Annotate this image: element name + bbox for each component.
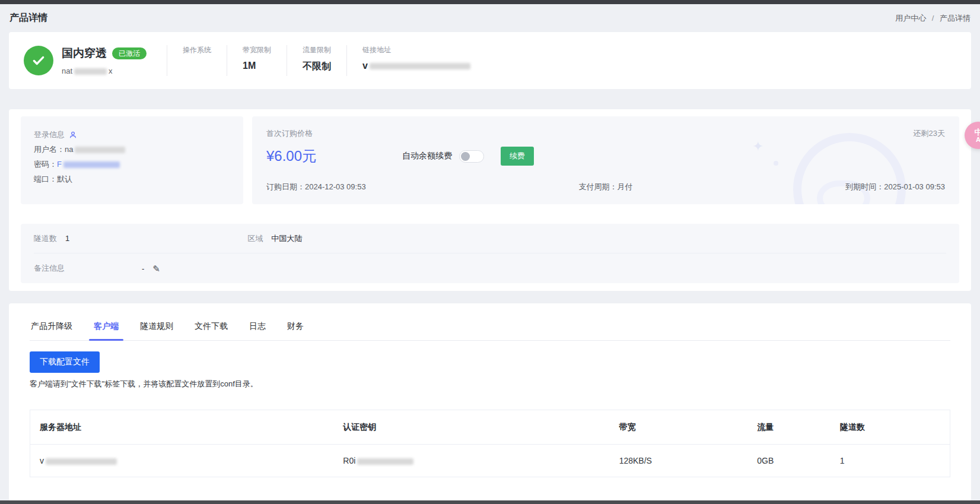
redacted-auth-key: [357, 458, 413, 465]
price-value: ¥6.00元: [266, 147, 316, 166]
redacted-password: [63, 161, 120, 168]
pay-cycle: 支付周期：月付: [579, 182, 633, 192]
tab-bar: 产品升降级 客户端 隧道规则 文件下载 日志 财务: [30, 314, 950, 341]
tab-product-upgrade[interactable]: 产品升降级: [30, 314, 74, 340]
cell-server-address: v: [30, 445, 334, 477]
note-value: -: [142, 264, 144, 273]
renew-button[interactable]: 续费: [501, 147, 534, 166]
header-traffic: 流量: [747, 410, 831, 445]
cell-tunnels: 1: [831, 445, 950, 477]
order-date: 订购日期：2024-12-03 09:53: [266, 182, 366, 192]
stat-link-address: 链接地址 v: [346, 45, 486, 76]
tunnel-region-row: 隧道数 1 区域 中国大陆: [34, 224, 946, 253]
auto-renew-label: 自动余额续费: [402, 151, 452, 161]
stat-traffic-label: 流量限制: [303, 45, 331, 55]
product-head: 国内穿透 已激活 natx: [62, 46, 147, 75]
status-badge: 已激活: [112, 47, 147, 59]
order-info-card: 登录信息 用户名：na 密码：F 端口：默认 ✦ 首次订购价格 还剩23天: [9, 109, 971, 291]
stat-os-value: [183, 61, 211, 72]
client-config-table: 服务器地址 认证密钥 带宽 流量 隧道数 v R0i 128KB/S 0GB 1: [30, 410, 950, 477]
redacted-link-address: [370, 63, 470, 69]
breadcrumb-user-center[interactable]: 用户中心: [895, 14, 926, 23]
table-header-row: 服务器地址 认证密钥 带宽 流量 隧道数: [30, 410, 950, 445]
first-order-price-label: 首次订购价格: [266, 128, 313, 139]
header-server-address: 服务器地址: [30, 410, 334, 445]
days-remaining: 还剩23天: [914, 128, 945, 139]
tunnel-count-label: 隧道数: [34, 233, 57, 244]
login-info-title: 登录信息: [34, 129, 65, 140]
stat-os: 操作系统: [167, 45, 227, 76]
edit-note-icon[interactable]: ✎: [152, 264, 160, 273]
header-auth-key: 认证密钥: [333, 410, 609, 445]
stat-link-value: v: [362, 61, 470, 72]
tab-finance[interactable]: 财务: [286, 314, 305, 340]
billing-panel: ✦ 首次订购价格 还剩23天 ¥6.00元 自动余额续费 续费 订购日期：202…: [252, 116, 959, 204]
note-row: 备注信息 - ✎: [34, 253, 946, 283]
page-header: 产品详情 用户中心 / 产品详情: [0, 4, 980, 32]
login-username: 用户名：na: [34, 144, 230, 155]
expire-time: 到期时间：2025-01-03 09:53: [845, 182, 945, 192]
cell-bandwidth: 128KB/S: [610, 445, 748, 477]
redacted-server-address: [46, 458, 117, 465]
header-tunnels: 隧道数: [831, 410, 950, 445]
download-config-button[interactable]: 下载配置文件: [30, 351, 100, 373]
cell-auth-key: R0i: [333, 445, 609, 477]
product-summary-card: 国内穿透 已激活 natx 操作系统 带宽限制 1M 流量限制 不限制 链接地址…: [9, 32, 971, 89]
login-password: 密码：F: [34, 159, 230, 170]
window-bottom-edge: [0, 500, 980, 504]
tab-file-download[interactable]: 文件下载: [193, 314, 229, 340]
cell-traffic: 0GB: [747, 445, 831, 477]
stat-traffic-limit: 流量限制 不限制: [287, 45, 346, 76]
stat-bandwidth-value: 1M: [243, 61, 271, 72]
stat-bandwidth-label: 带宽限制: [243, 45, 271, 55]
tab-logs[interactable]: 日志: [248, 314, 267, 340]
active-check-icon: [24, 46, 53, 75]
login-info-panel: 登录信息 用户名：na 密码：F 端口：默认: [21, 116, 243, 204]
product-code: natx: [62, 66, 147, 75]
header-bandwidth: 带宽: [610, 410, 748, 445]
region-label: 区域: [247, 233, 263, 244]
client-hint-text: 客户端请到"文件下载"标签下载，并将该配置文件放置到conf目录。: [30, 379, 950, 389]
auto-renew-toggle[interactable]: [459, 150, 484, 163]
page-title: 产品详情: [9, 12, 47, 24]
redacted-username: [75, 147, 125, 153]
tunnel-count-value: 1: [65, 234, 69, 243]
table-row: v R0i 128KB/S 0GB 1: [30, 445, 950, 477]
window-top-edge: [0, 0, 980, 4]
stat-bandwidth-limit: 带宽限制 1M: [227, 45, 287, 76]
redacted-code: [74, 68, 107, 75]
toggle-knob: [461, 152, 470, 161]
stat-traffic-value: 不限制: [303, 61, 331, 73]
stat-link-label: 链接地址: [362, 45, 470, 55]
login-port: 端口：默认: [34, 174, 230, 185]
detail-tabs-card: 产品升降级 客户端 隧道规则 文件下载 日志 财务 下载配置文件 客户端请到"文…: [9, 303, 971, 501]
breadcrumb-separator: /: [932, 14, 934, 23]
product-name: 国内穿透: [62, 46, 107, 61]
tab-tunnel-rules[interactable]: 隧道规则: [139, 314, 174, 340]
user-icon: [69, 131, 77, 139]
breadcrumb: 用户中心 / 产品详情: [895, 13, 971, 24]
tab-client[interactable]: 客户端: [93, 314, 120, 340]
note-label: 备注信息: [34, 263, 65, 274]
meta-panel: 隧道数 1 区域 中国大陆 备注信息 - ✎: [21, 224, 959, 283]
stat-os-label: 操作系统: [183, 45, 211, 55]
breadcrumb-current: 产品详情: [940, 14, 971, 23]
region-value: 中国大陆: [271, 233, 302, 244]
